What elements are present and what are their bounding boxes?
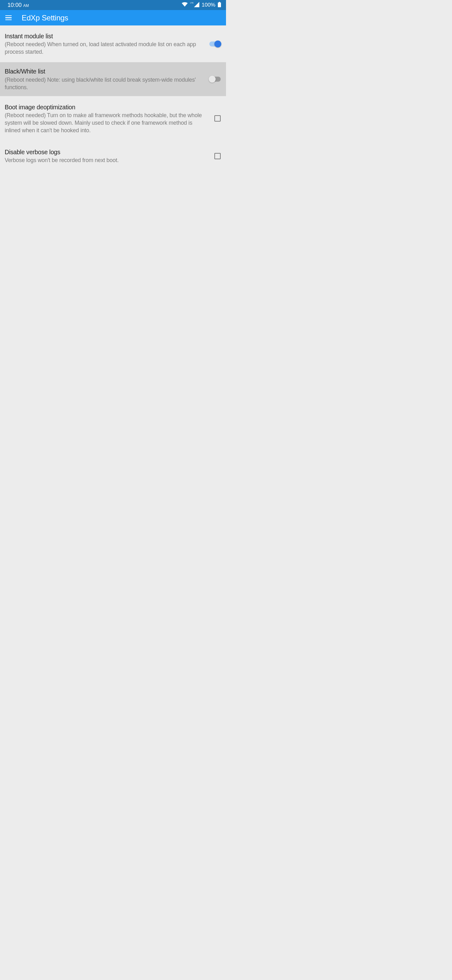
setting-boot-image-deoptimization[interactable]: Boot image deoptimization (Reboot needed…	[0, 96, 226, 141]
setting-desc: Verbose logs won't be recorded from next…	[5, 156, 209, 164]
status-bar: 10:00 AM LTE 100%	[0, 0, 226, 10]
settings-list: Instant module list (Reboot needed) When…	[0, 25, 226, 169]
setting-title: Instant module list	[5, 32, 204, 40]
app-title: EdXp Settings	[22, 14, 68, 22]
lte-label: LTE	[190, 2, 193, 4]
setting-desc: (Reboot needed) Note: using black/white …	[5, 76, 204, 91]
checkbox-boot-image-deoptimization[interactable]	[214, 115, 220, 122]
setting-title: Boot image deoptimization	[5, 103, 209, 111]
battery-icon	[218, 2, 221, 8]
app-bar: EdXp Settings	[0, 10, 226, 25]
svg-rect-1	[218, 3, 221, 7]
menu-icon[interactable]	[5, 15, 12, 20]
setting-title: Black/White list	[5, 67, 204, 75]
setting-desc: (Reboot needed) When turned on, load lat…	[5, 41, 204, 56]
setting-instant-module-list[interactable]: Instant module list (Reboot needed) When…	[0, 25, 226, 62]
setting-desc: (Reboot needed) Turn on to make all fram…	[5, 111, 209, 134]
checkbox-disable-verbose-logs[interactable]	[214, 153, 220, 159]
cellular-signal-icon	[194, 2, 199, 8]
battery-percentage: 100%	[202, 2, 215, 8]
wifi-icon	[182, 2, 188, 8]
status-time: 10:00 AM	[8, 2, 29, 8]
switch-black-white-list[interactable]	[209, 76, 220, 82]
status-time-ampm: AM	[23, 3, 29, 8]
status-right: LTE 100%	[182, 2, 221, 8]
setting-disable-verbose-logs[interactable]: Disable verbose logs Verbose logs won't …	[0, 141, 226, 169]
svg-rect-0	[219, 2, 220, 3]
setting-black-white-list[interactable]: Black/White list (Reboot needed) Note: u…	[0, 62, 226, 96]
status-time-hm: 10:00	[8, 2, 22, 8]
switch-instant-module-list[interactable]	[209, 41, 220, 46]
setting-title: Disable verbose logs	[5, 148, 209, 156]
